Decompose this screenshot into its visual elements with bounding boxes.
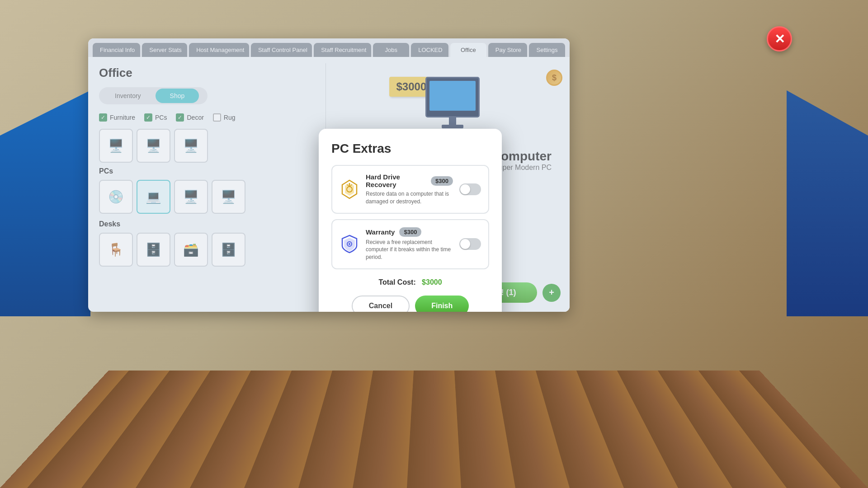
hard-drive-recovery-price: $300	[431, 176, 453, 186]
svg-point-3	[349, 243, 350, 245]
warranty-name: Warranty	[366, 228, 395, 236]
total-cost-value: $3000	[422, 278, 442, 286]
warranty-icon	[340, 234, 359, 254]
hard-drive-recovery-desc: Restore data on a computer that is damag…	[366, 190, 453, 206]
main-modal: Financial Info Server Stats Host Managem…	[88, 38, 570, 312]
extra-hard-drive-recovery: Hard Drive Recovery $300 Restore data on…	[331, 165, 489, 214]
finish-button[interactable]: Finish	[415, 296, 469, 312]
warranty-info: Warranty $300 Recieve a free replacement…	[366, 227, 453, 261]
pc-extras-title: PC Extras	[331, 141, 489, 156]
hard-drive-recovery-name: Hard Drive Recovery	[366, 173, 426, 188]
total-cost-row: Total Cost: $3000	[331, 278, 489, 286]
warranty-price: $300	[399, 227, 421, 237]
floor	[0, 371, 868, 488]
cancel-button[interactable]: Cancel	[352, 296, 410, 312]
extra-warranty: Warranty $300 Recieve a free replacement…	[331, 219, 489, 269]
warranty-toggle[interactable]	[459, 238, 481, 250]
close-button[interactable]: ✕	[767, 26, 792, 52]
pc-extras-modal: PC Extras Hard Drive Recovery $300 Resto…	[319, 129, 502, 312]
total-cost-label: Total Cost:	[378, 278, 415, 286]
hard-drive-recovery-icon	[340, 179, 359, 199]
modal-buttons: Cancel Finish	[331, 296, 489, 312]
hard-drive-recovery-info: Hard Drive Recovery $300 Restore data on…	[366, 173, 453, 206]
warranty-desc: Recieve a free replacement computer if i…	[366, 239, 453, 261]
hard-drive-recovery-toggle[interactable]	[459, 183, 481, 195]
